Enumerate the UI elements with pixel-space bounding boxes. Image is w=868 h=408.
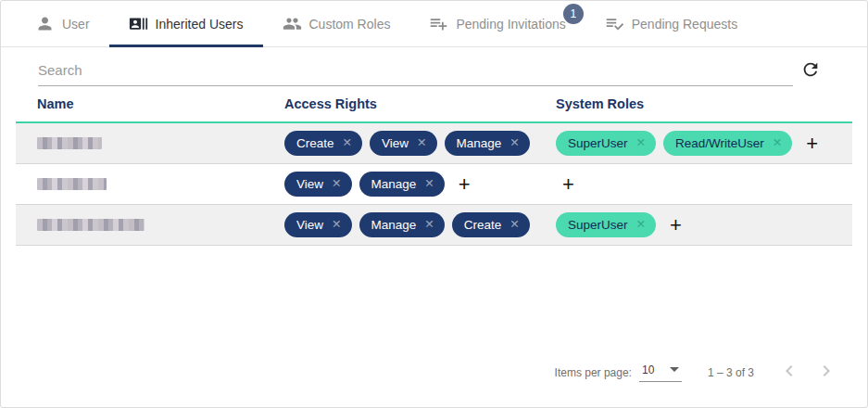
add-access-right-button[interactable]: + (457, 174, 472, 195)
chip-label: Manage (371, 177, 417, 191)
access-right-chip[interactable]: Manage✕ (445, 131, 530, 156)
access-right-chip[interactable]: Create✕ (452, 212, 530, 237)
chevron-left-icon (778, 360, 800, 385)
remove-chip-icon[interactable]: ✕ (509, 137, 519, 149)
table-row[interactable]: View✕Manage✕Create✕SuperUser✕+ (16, 205, 852, 246)
table-row[interactable]: View✕Manage✕++ (16, 164, 852, 205)
chip-label: SuperUser (568, 136, 628, 150)
page-range-label: 1 – 3 of 3 (708, 366, 754, 379)
chip-label: View (296, 177, 323, 191)
remove-chip-icon[interactable]: ✕ (509, 219, 519, 231)
notification-badge: 1 (563, 4, 584, 24)
table-row[interactable]: Create✕View✕Manage✕SuperUser✕Read/WriteU… (16, 121, 852, 164)
access-rights-cell: View✕Manage✕+ (284, 172, 556, 197)
remove-chip-icon[interactable]: ✕ (424, 219, 434, 231)
remove-chip-icon[interactable]: ✕ (332, 178, 341, 190)
paginator: Items per page: 10 1 – 3 of 3 (555, 360, 837, 385)
access-right-chip[interactable]: View✕ (284, 212, 352, 237)
chip-label: Create (296, 136, 334, 150)
tab-bar: UserInherited UsersCustom RolesPending I… (1, 1, 867, 47)
next-page-button[interactable] (815, 360, 837, 385)
chip-label: Create (464, 218, 502, 232)
chip-label: Manage (371, 218, 417, 232)
tab-custom-roles[interactable]: Custom Roles (263, 1, 410, 46)
group-icon (283, 14, 302, 33)
tab-pending-invitations[interactable]: Pending Invitations1 (409, 1, 585, 46)
chip-label: View (382, 136, 409, 150)
recent-actors-icon (129, 14, 148, 33)
name-cell (37, 178, 284, 190)
previous-page-button[interactable] (778, 360, 800, 385)
chevron-right-icon (815, 360, 837, 385)
access-right-chip[interactable]: Create✕ (284, 131, 362, 156)
add-system-role-button[interactable]: + (804, 134, 820, 154)
refresh-button[interactable] (793, 59, 821, 86)
system-roles-cell: SuperUser✕+ (556, 212, 852, 237)
redacted-user-name (37, 137, 102, 149)
system-roles-cell: + (556, 174, 852, 195)
add-system-role-button[interactable]: + (560, 174, 576, 195)
access-right-chip[interactable]: Manage✕ (359, 172, 445, 197)
remove-chip-icon[interactable]: ✕ (417, 137, 426, 149)
column-header-access-rights: Access Rights (284, 96, 556, 111)
table-header: Name Access Rights System Roles (16, 86, 852, 121)
user-management-panel: UserInherited UsersCustom RolesPending I… (0, 0, 868, 408)
search-input[interactable] (38, 57, 793, 86)
items-per-page-label: Items per page: (555, 366, 632, 379)
page-size-select[interactable]: 10 (639, 363, 682, 382)
column-header-name: Name (37, 96, 284, 111)
name-cell (37, 219, 284, 231)
system-roles-cell: SuperUser✕Read/WriteUser✕+ (556, 131, 852, 156)
remove-chip-icon[interactable]: ✕ (332, 219, 341, 231)
remove-chip-icon[interactable]: ✕ (636, 219, 646, 231)
tab-inherited-users[interactable]: Inherited Users (109, 1, 263, 46)
chip-label: View (296, 218, 323, 232)
playlist-add-icon (429, 14, 448, 33)
access-rights-cell: Create✕View✕Manage✕ (284, 131, 556, 156)
chip-label: Read/WriteUser (675, 136, 764, 150)
access-right-chip[interactable]: View✕ (370, 131, 437, 156)
playlist-check-icon (605, 14, 624, 33)
tab-label: Pending Requests (632, 17, 737, 32)
chip-label: Manage (457, 136, 502, 150)
tab-label: Custom Roles (309, 17, 391, 32)
tab-user[interactable]: User (16, 1, 109, 46)
remove-chip-icon[interactable]: ✕ (343, 137, 352, 149)
tab-label: User (62, 17, 90, 32)
person-icon (35, 14, 55, 33)
chip-label: SuperUser (568, 218, 628, 232)
refresh-icon (800, 59, 821, 83)
redacted-user-name (37, 178, 107, 190)
tab-label: Inherited Users (156, 17, 244, 32)
dropdown-caret-icon (670, 367, 679, 372)
search-row (38, 57, 821, 86)
remove-chip-icon[interactable]: ✕ (636, 137, 646, 149)
system-role-chip[interactable]: SuperUser✕ (556, 131, 656, 156)
access-right-chip[interactable]: Manage✕ (359, 212, 445, 237)
tab-pending-requests[interactable]: Pending Requests (585, 1, 757, 46)
page-size-value: 10 (642, 363, 654, 376)
column-header-system-roles: System Roles (556, 96, 852, 111)
system-role-chip[interactable]: SuperUser✕ (556, 212, 656, 237)
tab-label: Pending Invitations (456, 17, 565, 32)
add-system-role-button[interactable]: + (668, 215, 684, 236)
table-body: Create✕View✕Manage✕SuperUser✕Read/WriteU… (1, 121, 867, 246)
remove-chip-icon[interactable]: ✕ (424, 178, 434, 190)
access-right-chip[interactable]: View✕ (284, 172, 352, 197)
remove-chip-icon[interactable]: ✕ (773, 137, 782, 149)
name-cell (37, 137, 284, 149)
access-rights-cell: View✕Manage✕Create✕ (284, 212, 556, 237)
system-role-chip[interactable]: Read/WriteUser✕ (663, 131, 792, 156)
redacted-user-name (37, 219, 145, 231)
